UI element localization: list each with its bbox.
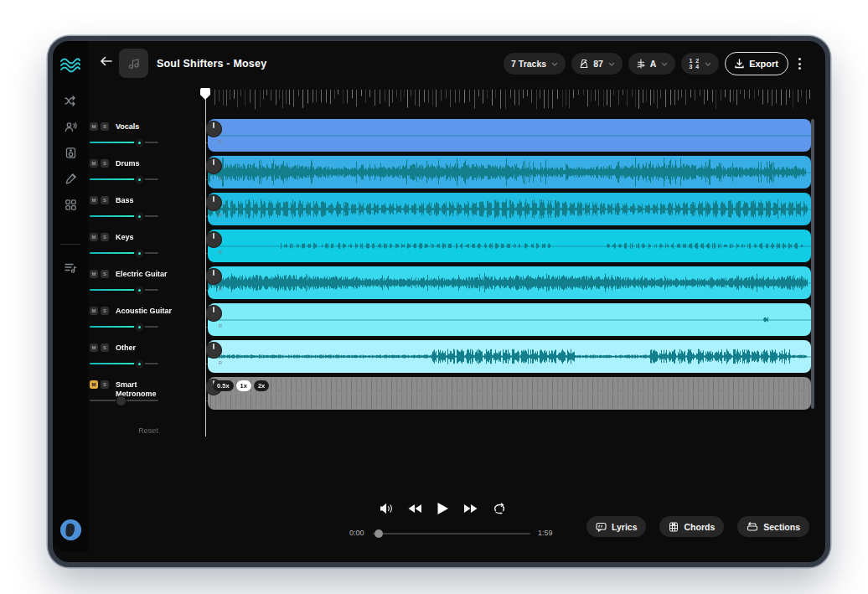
- volume-knob[interactable]: [135, 212, 144, 221]
- fast-forward-button[interactable]: [463, 504, 478, 514]
- chevron-down-icon: [608, 62, 615, 66]
- solo-button[interactable]: S: [101, 380, 109, 389]
- waveform: [208, 119, 811, 152]
- key-value: A: [650, 59, 657, 69]
- bpm-dropdown[interactable]: 87: [571, 53, 623, 75]
- track-row-vocals: MSVocalsLR: [88, 119, 208, 154]
- progress-bar[interactable]: [373, 533, 530, 535]
- solo-button[interactable]: S: [101, 159, 109, 168]
- edit-note-icon[interactable]: [63, 171, 78, 186]
- mute-button[interactable]: M: [90, 196, 98, 204]
- volume-slider[interactable]: [90, 326, 158, 328]
- bpm-value: 87: [593, 59, 603, 69]
- time-signature-dropdown[interactable]: 1 2 3 4: [681, 53, 719, 75]
- setlist-icon[interactable]: [63, 261, 78, 276]
- mute-button[interactable]: M: [90, 380, 98, 389]
- split-stems-icon[interactable]: [63, 93, 78, 108]
- solo-button[interactable]: S: [101, 233, 109, 241]
- lane-drums[interactable]: [208, 156, 811, 189]
- pan-labels: LR: [205, 397, 222, 402]
- pan-knob[interactable]: [205, 231, 222, 248]
- solo-button[interactable]: S: [101, 122, 109, 131]
- volume-slider[interactable]: [90, 142, 158, 143]
- solo-button[interactable]: S: [101, 270, 109, 278]
- volume-knob[interactable]: [135, 323, 144, 332]
- reset-button[interactable]: Reset: [123, 426, 173, 435]
- pan-knob[interactable]: [205, 268, 222, 285]
- apps-grid-icon[interactable]: [63, 197, 78, 212]
- tracks-dropdown[interactable]: 7 Tracks: [504, 53, 566, 75]
- pan-knob[interactable]: [205, 342, 222, 359]
- user-avatar[interactable]: [60, 519, 81, 540]
- volume-knob[interactable]: [135, 138, 144, 147]
- mute-button[interactable]: M: [90, 343, 98, 352]
- volume-knob[interactable]: [116, 396, 126, 405]
- chords-fretboard-icon: [669, 522, 679, 532]
- lane-acoustic-guitar[interactable]: [208, 303, 811, 336]
- mute-solo: MS: [90, 380, 109, 389]
- pan-knob[interactable]: [205, 194, 222, 211]
- playhead-line[interactable]: [205, 91, 206, 436]
- waveform: [208, 193, 811, 225]
- mute-button[interactable]: M: [90, 307, 98, 315]
- amp-speaker-icon[interactable]: [63, 145, 78, 160]
- back-button[interactable]: [100, 55, 113, 67]
- timeline-ruler[interactable]: [208, 87, 811, 117]
- lane-smart-metronome[interactable]: 0.5x1x2x: [208, 377, 811, 410]
- tracks-dropdown-label: 7 Tracks: [511, 59, 546, 69]
- volume-knob[interactable]: [135, 249, 144, 258]
- mute-button[interactable]: M: [90, 122, 98, 131]
- mute-button[interactable]: M: [90, 270, 98, 278]
- pan-knob[interactable]: [205, 305, 222, 322]
- sidebar-divider: [60, 244, 80, 245]
- lane-other[interactable]: [208, 340, 811, 373]
- lane-electric-guitar[interactable]: [208, 266, 811, 299]
- track-row-bass: MSBassLR: [88, 193, 208, 228]
- speed-option-1x[interactable]: 1x: [236, 380, 251, 391]
- lane-bass[interactable]: [208, 193, 811, 225]
- progress-knob[interactable]: [375, 529, 383, 538]
- mute-solo: MS: [90, 122, 109, 131]
- volume-slider[interactable]: [90, 289, 158, 291]
- volume-slider[interactable]: [90, 252, 158, 254]
- mute-button[interactable]: M: [90, 159, 98, 168]
- pan-knob[interactable]: [205, 121, 222, 137]
- export-label: Export: [749, 59, 778, 69]
- lane-vocals[interactable]: [208, 119, 811, 152]
- lyrics-button[interactable]: Lyrics: [586, 516, 647, 537]
- track-name: Bass: [116, 196, 176, 205]
- vertical-scrollbar[interactable]: [811, 119, 814, 409]
- rewind-button[interactable]: [407, 504, 422, 514]
- solo-button[interactable]: S: [101, 307, 109, 315]
- loop-button[interactable]: [493, 503, 506, 514]
- pan-labels: LR: [205, 139, 222, 144]
- volume-icon[interactable]: [380, 503, 393, 514]
- key-dropdown[interactable]: A: [628, 53, 676, 75]
- waveform: [208, 377, 811, 410]
- volume-knob[interactable]: [135, 286, 144, 295]
- solo-button[interactable]: S: [101, 196, 109, 204]
- volume-slider[interactable]: [90, 363, 158, 364]
- speed-option-2x[interactable]: 2x: [254, 380, 269, 391]
- lane-keys[interactable]: [208, 230, 811, 262]
- speed-option-0.5x[interactable]: 0.5x: [213, 380, 234, 391]
- volume-knob[interactable]: [135, 359, 144, 369]
- volume-slider[interactable]: [90, 178, 158, 180]
- export-button[interactable]: Export: [725, 52, 788, 75]
- pan-knob[interactable]: [205, 158, 222, 174]
- track-row-electric-guitar: MSElectric GuitarLR: [88, 266, 208, 302]
- volume-slider[interactable]: [90, 400, 158, 401]
- mute-solo: MS: [90, 307, 109, 315]
- sections-button[interactable]: Sections: [737, 516, 809, 537]
- mute-button[interactable]: M: [90, 233, 98, 241]
- chords-label: Chords: [684, 522, 715, 532]
- volume-knob[interactable]: [135, 175, 144, 184]
- voice-icon[interactable]: [63, 119, 78, 134]
- chords-button[interactable]: Chords: [659, 516, 724, 537]
- waveform: [208, 266, 811, 299]
- header: Soul Shifters - Mosey 7 Tracks 87 A 1 2 …: [88, 41, 815, 85]
- solo-button[interactable]: S: [101, 343, 109, 352]
- volume-slider[interactable]: [90, 215, 158, 217]
- more-options-button[interactable]: [794, 56, 804, 71]
- play-button[interactable]: [437, 502, 449, 515]
